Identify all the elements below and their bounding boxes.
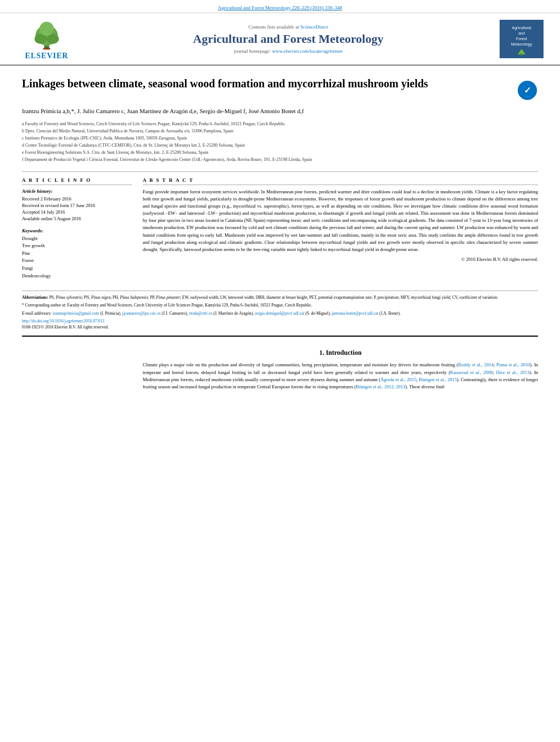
sciencedirect-link[interactable]: ScienceDirect bbox=[300, 24, 328, 30]
keyword-tree-growth: Tree growth bbox=[22, 242, 132, 250]
article-title: Linkages between climate, seasonal wood … bbox=[22, 76, 428, 91]
contents-available: Contents lists available at ScienceDirec… bbox=[77, 24, 500, 30]
abbreviations: Abbreviations: PS, Pinus sylvestris; PN,… bbox=[22, 294, 538, 300]
intro-left-col bbox=[22, 349, 132, 390]
issn: 0168-1923/© 2016 Elsevier B.V. All right… bbox=[22, 324, 538, 330]
email-primicia[interactable]: irantzuprimicia@gmail.com bbox=[53, 311, 99, 316]
keyword-forest: Forest bbox=[22, 257, 132, 265]
elsevier-tree-icon bbox=[25, 18, 69, 51]
footnotes: Abbreviations: PS, Pinus sylvestris; PN,… bbox=[22, 291, 538, 330]
keyword-fungi: Fungi bbox=[22, 265, 132, 272]
introduction-section: 1. Introduction Climate plays a major ro… bbox=[0, 342, 560, 401]
svg-text:Forest: Forest bbox=[516, 37, 527, 41]
article-info-abstract: A R T I C L E I N F O Article history: R… bbox=[22, 171, 538, 280]
affiliations: a Faculty of Forestry and Wood Sciences,… bbox=[22, 121, 538, 163]
svg-text:and: and bbox=[518, 31, 525, 35]
crossmark-icon: ✓ bbox=[518, 81, 537, 100]
abstract-header: A B S T R A C T bbox=[143, 177, 538, 185]
copyright: © 2016 Elsevier B.V. All rights reserved… bbox=[143, 256, 538, 262]
crossmark: ✓ bbox=[516, 79, 538, 101]
svg-rect-6 bbox=[43, 48, 51, 49]
svg-text:Meteorology: Meteorology bbox=[511, 42, 533, 47]
affiliation-d: d Centre Tecnològic Forestal de Cataluny… bbox=[22, 142, 538, 149]
ref-agreda-2015[interactable]: Àgreda et al., 2015 bbox=[380, 377, 416, 382]
afm-logo-icon: Agricultural and Forest Meteorology bbox=[502, 23, 541, 55]
affiliation-e: e Forest Bioengineering Solutions S.A. C… bbox=[22, 149, 538, 156]
article-top-line: Linkages between climate, seasonal wood … bbox=[22, 76, 538, 101]
doi-link[interactable]: http://dx.doi.org/10.1016/j.agrformet.20… bbox=[22, 318, 538, 324]
ref-diez-2013[interactable]: Díez et al., 2013 bbox=[496, 370, 529, 375]
homepage-link[interactable]: www.elsevier.com/locate/agrformet bbox=[272, 48, 343, 54]
article-info-header: A R T I C L E I N F O bbox=[22, 177, 132, 185]
intro-body: Climate plays a major role on the produc… bbox=[143, 361, 538, 390]
ref-kauserud-2008[interactable]: Kauserud et al., 2008 bbox=[450, 370, 492, 375]
intro-right-col: 1. Introduction Climate plays a major ro… bbox=[143, 349, 538, 390]
ref-pinna-2010[interactable]: Pinna et al., 2010 bbox=[496, 362, 530, 367]
intro-heading: 1. Introduction bbox=[143, 349, 538, 357]
article-history-label: Article history: bbox=[22, 188, 132, 194]
page: Agricultural and Forest Meteorology 228–… bbox=[0, 0, 560, 742]
revised-date: Received in revised form 17 June 2016 bbox=[22, 203, 132, 208]
journal-citation-header: Agricultural and Forest Meteorology 228–… bbox=[0, 0, 560, 13]
ref-buntgen-2015[interactable]: Büntgen et al., 2015 bbox=[419, 377, 457, 382]
abstract-text: Fungi provide important forest ecosystem… bbox=[143, 188, 538, 254]
journal-citation[interactable]: Agricultural and Forest Meteorology 228–… bbox=[218, 5, 342, 10]
email-addresses: E-mail addresses: irantzuprimicia@gmail.… bbox=[22, 310, 538, 316]
article-info-column: A R T I C L E I N F O Article history: R… bbox=[22, 177, 132, 280]
abstract-column: A B S T R A C T Fungi provide important … bbox=[143, 177, 538, 280]
affiliation-a: a Faculty of Forestry and Wood Sciences,… bbox=[22, 121, 538, 127]
abbreviations-text: PS, Pinus sylvestris; PN, Pinus nigra; P… bbox=[49, 295, 498, 300]
email-bonet[interactable]: jantonia.bonet@pvcf.udl.cat bbox=[332, 311, 378, 316]
svg-point-4 bbox=[40, 21, 54, 36]
journal-name: Agricultural and Forest Meteorology bbox=[77, 32, 500, 46]
affiliation-f: f Departament de Producció Vegetal i Ciè… bbox=[22, 157, 538, 163]
email-aragon[interactable]: ntzda@ctfc.es bbox=[189, 311, 212, 316]
ref-buntgen-2012[interactable]: Büntgen et al., 2012, 2013 bbox=[356, 384, 405, 389]
ref-boddy-2014[interactable]: Boddy et al., 2014 bbox=[458, 362, 494, 367]
available-date: Available online 5 August 2016 bbox=[22, 216, 132, 221]
main-header: ELSEVIER Contents lists available at Sci… bbox=[0, 13, 560, 65]
svg-text:Agricultural: Agricultural bbox=[512, 26, 531, 30]
elsevier-logo: ELSEVIER bbox=[16, 18, 77, 60]
afm-logo: Agricultural and Forest Meteorology bbox=[500, 20, 544, 58]
affiliation-c: c Instituto Pirenaico de Ecología (IPE-C… bbox=[22, 135, 538, 142]
received-date: Received 2 February 2016 bbox=[22, 196, 132, 202]
keyword-drought: Drought bbox=[22, 235, 132, 243]
corresponding-author: * Corresponding author at: Faculty of Fo… bbox=[22, 302, 538, 308]
article-content: Linkages between climate, seasonal wood … bbox=[0, 65, 560, 285]
journal-homepage: journal homepage: www.elsevier.com/locat… bbox=[77, 48, 500, 54]
accepted-date: Accepted 14 July 2016 bbox=[22, 209, 132, 215]
svg-rect-13 bbox=[520, 53, 523, 55]
email-demiguel[interactable]: sergio.demiguel@pvcf.udl.cat bbox=[255, 311, 304, 316]
authors: Irantzu Primicia a,b,*, J. Julio Camarer… bbox=[22, 107, 538, 116]
authors-text: Irantzu Primicia a,b,*, J. Julio Camarer… bbox=[22, 108, 304, 114]
elsevier-label: ELSEVIER bbox=[25, 52, 69, 60]
email-camarero[interactable]: jjcamarero@ipe.csic.es bbox=[122, 311, 161, 316]
keyword-pine: Pine bbox=[22, 250, 132, 258]
keywords-label: Keywords: bbox=[22, 228, 132, 233]
keyword-dendroecology: Dendroecology bbox=[22, 272, 132, 280]
affiliation-b: b Dpto. Ciencias del Medio Natural, Univ… bbox=[22, 128, 538, 135]
journal-title-block: Contents lists available at ScienceDirec… bbox=[77, 24, 500, 54]
